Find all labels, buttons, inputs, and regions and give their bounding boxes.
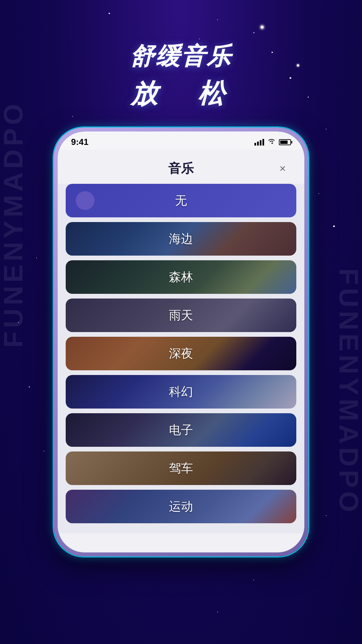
header-line2: 放 松 bbox=[0, 76, 362, 112]
status-icons bbox=[254, 138, 291, 146]
side-text-left: FUNENYMADPO bbox=[0, 101, 27, 348]
music-item-jiache[interactable]: 驾车 bbox=[66, 451, 296, 485]
header-line1: 舒缓音乐 bbox=[0, 40, 362, 72]
music-label-shenye: 深夜 bbox=[169, 345, 193, 362]
phone-inner-frame: 9:41 bbox=[58, 131, 304, 552]
screen-content: 音乐 × 无 海边 bbox=[58, 150, 304, 552]
music-item-dianzi[interactable]: 电子 bbox=[66, 413, 296, 447]
phone-mockup: 9:41 bbox=[54, 127, 308, 556]
status-time: 9:41 bbox=[71, 137, 88, 147]
music-item-none[interactable]: 无 bbox=[66, 184, 296, 217]
modal-header: 音乐 × bbox=[58, 150, 304, 184]
signal-icon bbox=[254, 139, 264, 146]
music-label-kehuan: 科幻 bbox=[169, 384, 193, 400]
music-label-dianzi: 电子 bbox=[169, 422, 193, 438]
music-label-none: 无 bbox=[175, 193, 187, 209]
music-item-senlin[interactable]: 森林 bbox=[66, 260, 296, 294]
music-item-kehuan[interactable]: 科幻 bbox=[66, 375, 296, 409]
music-item-yutian[interactable]: 雨天 bbox=[66, 299, 296, 332]
music-label-yundong: 运动 bbox=[169, 498, 193, 515]
battery-icon bbox=[279, 139, 291, 145]
header-title: 舒缓音乐 放 松 bbox=[0, 40, 362, 112]
modal-title: 音乐 bbox=[88, 160, 274, 177]
music-item-haibain[interactable]: 海边 bbox=[66, 222, 296, 256]
music-label-haibain: 海边 bbox=[169, 231, 193, 247]
music-label-senlin: 森林 bbox=[169, 269, 193, 285]
music-item-yundong[interactable]: 运动 bbox=[66, 490, 296, 523]
music-list: 无 海边 森林 bbox=[58, 184, 304, 533]
phone-outer-frame: 9:41 bbox=[54, 127, 308, 556]
music-label-jiache: 驾车 bbox=[169, 460, 193, 477]
close-button[interactable]: × bbox=[274, 160, 291, 177]
no-music-circle bbox=[76, 191, 95, 210]
music-label-yutian: 雨天 bbox=[169, 307, 193, 324]
phone-notch bbox=[151, 131, 211, 144]
side-text-right: FUNENYMADPO bbox=[335, 268, 362, 516]
music-item-shenye[interactable]: 深夜 bbox=[66, 337, 296, 370]
wifi-icon bbox=[267, 138, 276, 146]
